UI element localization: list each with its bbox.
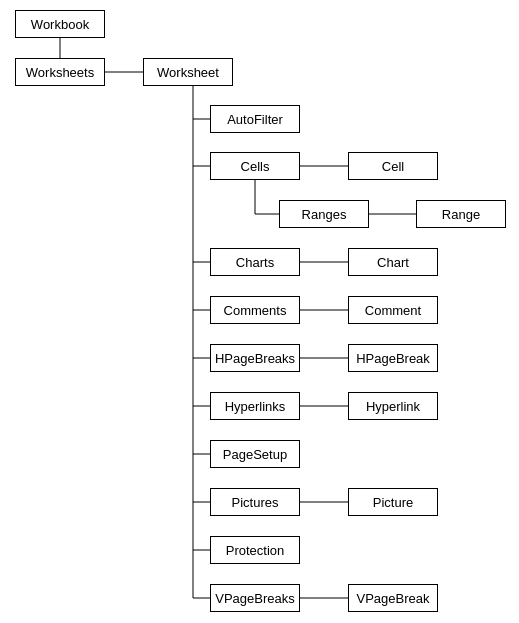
ranges-node: Ranges [279,200,369,228]
chart-node: Chart [348,248,438,276]
picture-node: Picture [348,488,438,516]
worksheet-node: Worksheet [143,58,233,86]
workbook-node: Workbook [15,10,105,38]
hpagebreaks-node: HPageBreaks [210,344,300,372]
autofilter-node: AutoFilter [210,105,300,133]
cells-node: Cells [210,152,300,180]
diagram: WorkbookWorksheetsWorksheetAutoFilterCel… [0,0,519,623]
worksheets-node: Worksheets [15,58,105,86]
hyperlinks-node: Hyperlinks [210,392,300,420]
comments-node: Comments [210,296,300,324]
range-node: Range [416,200,506,228]
pictures-node: Pictures [210,488,300,516]
cell-node: Cell [348,152,438,180]
hpagebreak-node: HPageBreak [348,344,438,372]
charts-node: Charts [210,248,300,276]
pagesetup-node: PageSetup [210,440,300,468]
protection-node: Protection [210,536,300,564]
vpagebreak-node: VPageBreak [348,584,438,612]
hyperlink-node: Hyperlink [348,392,438,420]
comment-node: Comment [348,296,438,324]
vpagebreaks-node: VPageBreaks [210,584,300,612]
